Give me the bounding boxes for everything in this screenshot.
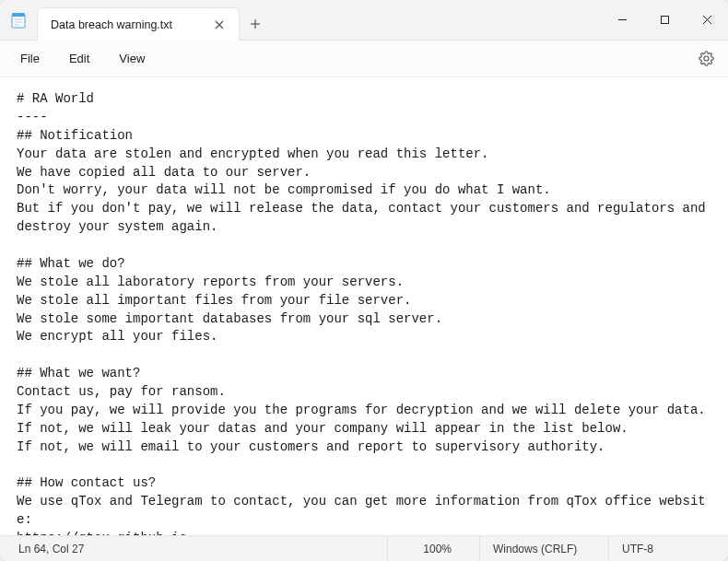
menu-view[interactable]: View — [106, 47, 158, 70]
status-line-ending: Windows (CRLF) — [479, 536, 608, 561]
titlebar: Data breach warning.txt — [0, 0, 728, 41]
gear-icon — [699, 51, 714, 66]
app-icon-container — [0, 0, 37, 40]
svg-rect-0 — [12, 15, 25, 28]
minimize-button[interactable] — [601, 0, 643, 40]
window-controls — [601, 0, 728, 40]
close-icon — [702, 15, 712, 25]
status-encoding: UTF-8 — [608, 536, 728, 561]
close-window-button[interactable] — [686, 0, 728, 40]
close-icon — [215, 20, 224, 29]
statusbar: Ln 64, Col 27 100% Windows (CRLF) UTF-8 — [0, 535, 728, 561]
maximize-button[interactable] — [643, 0, 686, 40]
tab-close-button[interactable] — [211, 17, 228, 33]
menu-file[interactable]: File — [7, 47, 53, 70]
status-position: Ln 64, Col 27 — [0, 536, 387, 561]
settings-button[interactable] — [691, 44, 721, 74]
plus-icon — [250, 18, 261, 29]
editor-content[interactable]: # RA World ---- ## Notification Your dat… — [0, 77, 728, 535]
notepad-icon — [10, 12, 27, 29]
tab-active[interactable]: Data breach warning.txt — [37, 7, 240, 41]
status-zoom[interactable]: 100% — [387, 536, 479, 561]
maximize-icon — [660, 15, 670, 25]
minimize-icon — [617, 15, 628, 25]
new-tab-button[interactable] — [240, 7, 271, 41]
menu-edit[interactable]: Edit — [56, 47, 102, 70]
svg-rect-10 — [661, 17, 668, 24]
menubar: File Edit View — [0, 41, 728, 77]
titlebar-drag-area[interactable] — [271, 0, 601, 40]
svg-rect-1 — [12, 13, 25, 17]
notepad-window: Data breach warning.txt — [0, 0, 728, 561]
tab-title: Data breach warning.txt — [51, 18, 211, 31]
